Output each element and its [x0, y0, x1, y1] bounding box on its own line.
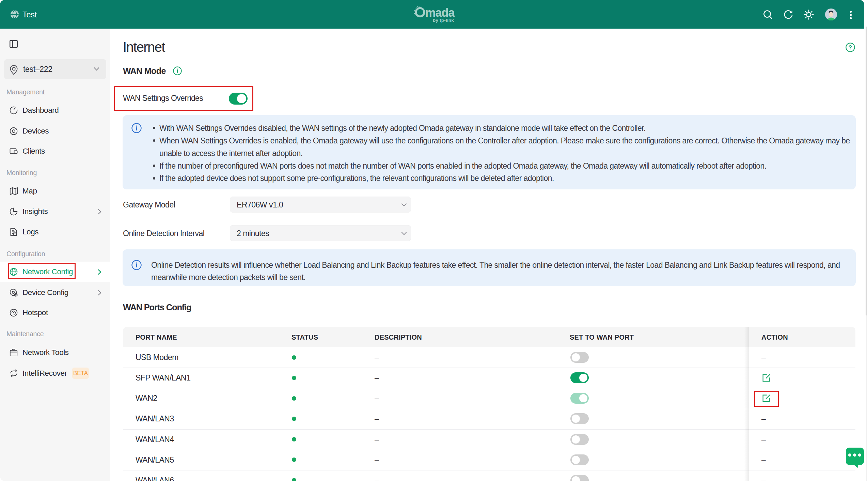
svg-text:?: ?	[849, 44, 852, 51]
